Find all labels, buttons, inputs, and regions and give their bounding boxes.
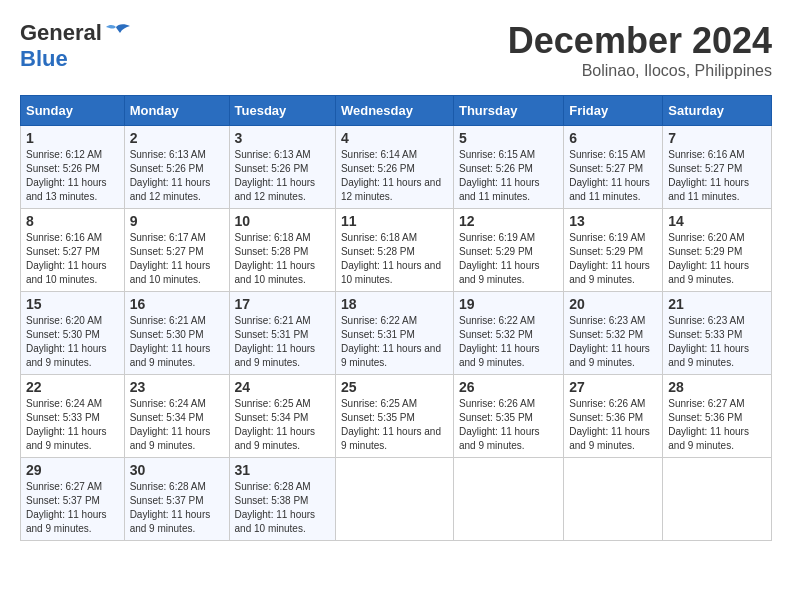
calendar-cell: 23 Sunrise: 6:24 AMSunset: 5:34 PMDaylig… [124,375,229,458]
header-tuesday: Tuesday [229,96,335,126]
header-sunday: Sunday [21,96,125,126]
calendar-cell: 19 Sunrise: 6:22 AMSunset: 5:32 PMDaylig… [453,292,563,375]
day-info: Sunrise: 6:24 AMSunset: 5:34 PMDaylight:… [130,397,224,453]
logo-bird-icon [102,23,130,43]
day-info: Sunrise: 6:14 AMSunset: 5:26 PMDaylight:… [341,148,448,204]
calendar-cell: 5 Sunrise: 6:15 AMSunset: 5:26 PMDayligh… [453,126,563,209]
calendar-cell: 1 Sunrise: 6:12 AMSunset: 5:26 PMDayligh… [21,126,125,209]
day-number: 20 [569,296,657,312]
day-number: 9 [130,213,224,229]
calendar-cell: 9 Sunrise: 6:17 AMSunset: 5:27 PMDayligh… [124,209,229,292]
day-number: 2 [130,130,224,146]
day-info: Sunrise: 6:26 AMSunset: 5:36 PMDaylight:… [569,397,657,453]
calendar-cell [453,458,563,541]
calendar-cell: 29 Sunrise: 6:27 AMSunset: 5:37 PMDaylig… [21,458,125,541]
calendar-table: SundayMondayTuesdayWednesdayThursdayFrid… [20,95,772,541]
day-info: Sunrise: 6:21 AMSunset: 5:30 PMDaylight:… [130,314,224,370]
day-info: Sunrise: 6:27 AMSunset: 5:37 PMDaylight:… [26,480,119,536]
calendar-cell: 11 Sunrise: 6:18 AMSunset: 5:28 PMDaylig… [335,209,453,292]
day-info: Sunrise: 6:21 AMSunset: 5:31 PMDaylight:… [235,314,330,370]
day-number: 7 [668,130,766,146]
day-number: 22 [26,379,119,395]
day-info: Sunrise: 6:23 AMSunset: 5:32 PMDaylight:… [569,314,657,370]
day-number: 30 [130,462,224,478]
header-thursday: Thursday [453,96,563,126]
day-number: 8 [26,213,119,229]
logo: General Blue [20,20,130,72]
calendar-cell: 8 Sunrise: 6:16 AMSunset: 5:27 PMDayligh… [21,209,125,292]
day-info: Sunrise: 6:20 AMSunset: 5:29 PMDaylight:… [668,231,766,287]
day-info: Sunrise: 6:13 AMSunset: 5:26 PMDaylight:… [235,148,330,204]
day-info: Sunrise: 6:12 AMSunset: 5:26 PMDaylight:… [26,148,119,204]
calendar-cell: 24 Sunrise: 6:25 AMSunset: 5:34 PMDaylig… [229,375,335,458]
calendar-cell: 27 Sunrise: 6:26 AMSunset: 5:36 PMDaylig… [564,375,663,458]
calendar-cell: 2 Sunrise: 6:13 AMSunset: 5:26 PMDayligh… [124,126,229,209]
location-subtitle: Bolinao, Ilocos, Philippines [508,62,772,80]
day-number: 21 [668,296,766,312]
header-monday: Monday [124,96,229,126]
day-info: Sunrise: 6:25 AMSunset: 5:35 PMDaylight:… [341,397,448,453]
calendar-cell: 30 Sunrise: 6:28 AMSunset: 5:37 PMDaylig… [124,458,229,541]
day-info: Sunrise: 6:22 AMSunset: 5:31 PMDaylight:… [341,314,448,370]
day-number: 4 [341,130,448,146]
day-info: Sunrise: 6:19 AMSunset: 5:29 PMDaylight:… [459,231,558,287]
calendar-cell: 18 Sunrise: 6:22 AMSunset: 5:31 PMDaylig… [335,292,453,375]
calendar-cell: 25 Sunrise: 6:25 AMSunset: 5:35 PMDaylig… [335,375,453,458]
calendar-cell: 6 Sunrise: 6:15 AMSunset: 5:27 PMDayligh… [564,126,663,209]
calendar-cell: 20 Sunrise: 6:23 AMSunset: 5:32 PMDaylig… [564,292,663,375]
logo-general: General [20,20,102,46]
calendar-row: 29 Sunrise: 6:27 AMSunset: 5:37 PMDaylig… [21,458,772,541]
title-section: December 2024 Bolinao, Ilocos, Philippin… [508,20,772,80]
header-saturday: Saturday [663,96,772,126]
calendar-cell: 7 Sunrise: 6:16 AMSunset: 5:27 PMDayligh… [663,126,772,209]
day-number: 5 [459,130,558,146]
day-number: 14 [668,213,766,229]
day-number: 17 [235,296,330,312]
day-number: 15 [26,296,119,312]
day-info: Sunrise: 6:16 AMSunset: 5:27 PMDaylight:… [26,231,119,287]
calendar-cell: 15 Sunrise: 6:20 AMSunset: 5:30 PMDaylig… [21,292,125,375]
header-wednesday: Wednesday [335,96,453,126]
day-number: 6 [569,130,657,146]
calendar-cell: 14 Sunrise: 6:20 AMSunset: 5:29 PMDaylig… [663,209,772,292]
calendar-cell [335,458,453,541]
day-info: Sunrise: 6:13 AMSunset: 5:26 PMDaylight:… [130,148,224,204]
day-number: 28 [668,379,766,395]
day-info: Sunrise: 6:16 AMSunset: 5:27 PMDaylight:… [668,148,766,204]
day-info: Sunrise: 6:15 AMSunset: 5:27 PMDaylight:… [569,148,657,204]
calendar-cell: 22 Sunrise: 6:24 AMSunset: 5:33 PMDaylig… [21,375,125,458]
day-number: 29 [26,462,119,478]
calendar-cell: 10 Sunrise: 6:18 AMSunset: 5:28 PMDaylig… [229,209,335,292]
day-info: Sunrise: 6:24 AMSunset: 5:33 PMDaylight:… [26,397,119,453]
calendar-header-row: SundayMondayTuesdayWednesdayThursdayFrid… [21,96,772,126]
day-info: Sunrise: 6:20 AMSunset: 5:30 PMDaylight:… [26,314,119,370]
day-info: Sunrise: 6:15 AMSunset: 5:26 PMDaylight:… [459,148,558,204]
day-info: Sunrise: 6:25 AMSunset: 5:34 PMDaylight:… [235,397,330,453]
day-info: Sunrise: 6:28 AMSunset: 5:37 PMDaylight:… [130,480,224,536]
day-number: 10 [235,213,330,229]
calendar-cell [564,458,663,541]
calendar-cell: 17 Sunrise: 6:21 AMSunset: 5:31 PMDaylig… [229,292,335,375]
day-info: Sunrise: 6:27 AMSunset: 5:36 PMDaylight:… [668,397,766,453]
day-number: 27 [569,379,657,395]
day-number: 11 [341,213,448,229]
calendar-cell: 12 Sunrise: 6:19 AMSunset: 5:29 PMDaylig… [453,209,563,292]
calendar-cell: 3 Sunrise: 6:13 AMSunset: 5:26 PMDayligh… [229,126,335,209]
logo-blue: Blue [20,46,68,71]
calendar-cell: 13 Sunrise: 6:19 AMSunset: 5:29 PMDaylig… [564,209,663,292]
day-number: 25 [341,379,448,395]
month-year-title: December 2024 [508,20,772,62]
day-number: 12 [459,213,558,229]
day-number: 1 [26,130,119,146]
calendar-cell: 4 Sunrise: 6:14 AMSunset: 5:26 PMDayligh… [335,126,453,209]
calendar-cell: 16 Sunrise: 6:21 AMSunset: 5:30 PMDaylig… [124,292,229,375]
day-number: 24 [235,379,330,395]
day-number: 13 [569,213,657,229]
day-info: Sunrise: 6:18 AMSunset: 5:28 PMDaylight:… [341,231,448,287]
page-header: General Blue December 2024 Bolinao, Iloc… [20,20,772,80]
day-number: 16 [130,296,224,312]
header-friday: Friday [564,96,663,126]
calendar-row: 1 Sunrise: 6:12 AMSunset: 5:26 PMDayligh… [21,126,772,209]
day-number: 3 [235,130,330,146]
day-info: Sunrise: 6:26 AMSunset: 5:35 PMDaylight:… [459,397,558,453]
